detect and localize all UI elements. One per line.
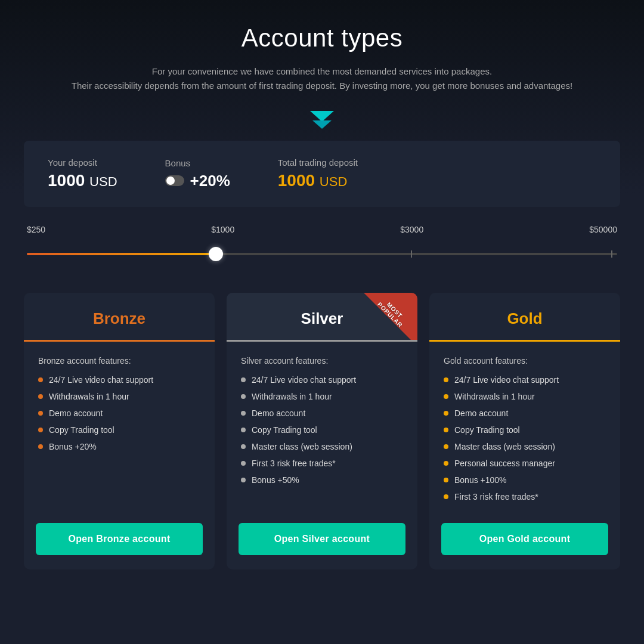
list-item: 24/7 Live video chat support [38, 375, 200, 385]
list-item: Personal success manager [444, 459, 606, 468]
bullet-icon [38, 411, 43, 416]
list-item: Master class (web session) [241, 442, 403, 451]
bullet-icon [241, 394, 246, 399]
list-item: Demo account [38, 408, 200, 418]
bullet-icon [38, 428, 43, 432]
list-item: Demo account [241, 408, 403, 418]
bullet-icon [444, 377, 448, 382]
bullet-icon [38, 394, 43, 399]
bronze-features-title: Bronze account features: [38, 356, 200, 366]
list-item: Copy Trading tool [38, 425, 200, 435]
bullet-icon [444, 411, 448, 416]
bullet-icon [241, 444, 246, 449]
bullet-icon [444, 444, 448, 449]
total-deposit-value: 1000 USD [278, 171, 358, 190]
slider-mark2-label: $3000 [400, 225, 423, 234]
your-deposit-label: Your deposit [48, 157, 117, 168]
silver-features-title: Silver account features: [241, 356, 403, 366]
list-item: Bonus +50% [241, 475, 403, 485]
bullet-icon [444, 494, 448, 499]
list-item: 24/7 Live video chat support [444, 375, 606, 385]
silver-card-header: Silver MOSTPOPULAR [227, 293, 417, 340]
bullet-icon [241, 411, 246, 416]
list-item: Copy Trading tool [444, 425, 606, 435]
slider-mark1-label: $1000 [211, 225, 234, 234]
bronze-card-header: Bronze [24, 293, 215, 340]
bonus-percentage: +20% [190, 172, 230, 190]
slider-max-label: $50000 [589, 225, 617, 234]
slider-tick-3000 [411, 250, 412, 258]
account-cards-row: Bronze Bronze account features: 24/7 Liv… [24, 293, 620, 569]
slider-labels: $250 $1000 $3000 $50000 [27, 225, 617, 234]
slider-track[interactable] [27, 239, 617, 269]
bonus-label: Bonus [165, 158, 230, 168]
page-title: Account types [24, 24, 620, 52]
slider-thumb[interactable] [209, 247, 223, 261]
bullet-icon [444, 428, 448, 432]
list-item: Withdrawals in 1 hour [241, 392, 403, 401]
bullet-icon [241, 377, 246, 382]
svg-marker-0 [310, 111, 334, 122]
list-item: First 3 risk free trades* [241, 459, 403, 468]
bronze-card-body: Bronze account features: 24/7 Live video… [24, 342, 215, 523]
your-deposit-section: Your deposit 1000 USD [48, 157, 117, 190]
svg-marker-1 [312, 120, 332, 129]
chevron-icon [24, 111, 620, 129]
list-item: Bonus +20% [38, 442, 200, 451]
open-gold-button[interactable]: Open Gold account [441, 523, 608, 555]
list-item: Master class (web session) [444, 442, 606, 451]
page-wrapper: Account types For your convenience we ha… [0, 0, 644, 644]
list-item: First 3 risk free trades* [444, 492, 606, 501]
list-item: Demo account [444, 408, 606, 418]
list-item: Withdrawals in 1 hour [444, 392, 606, 401]
bullet-icon [241, 478, 246, 482]
list-item: Withdrawals in 1 hour [38, 392, 200, 401]
bullet-icon [241, 428, 246, 432]
list-item: 24/7 Live video chat support [241, 375, 403, 385]
bonus-toggle[interactable] [165, 175, 184, 186]
deposit-info-box: Your deposit 1000 USD Bonus +20% Total t… [24, 141, 620, 207]
bronze-card-footer: Open Bronze account [24, 523, 215, 569]
silver-card: Silver MOSTPOPULAR Silver account featur… [227, 293, 417, 569]
gold-card-header: Gold [429, 293, 620, 340]
bullet-icon [38, 444, 43, 449]
most-popular-badge: MOSTPOPULAR [364, 293, 417, 340]
slider-min-label: $250 [27, 225, 45, 234]
gold-features-title: Gold account features: [444, 356, 606, 366]
slider-track-fill [27, 253, 216, 255]
gold-card-footer: Open Gold account [429, 523, 620, 569]
list-item: Copy Trading tool [241, 425, 403, 435]
bullet-icon [444, 461, 448, 466]
deposit-slider-container: $250 $1000 $3000 $50000 [24, 225, 620, 269]
open-bronze-button[interactable]: Open Bronze account [36, 523, 203, 555]
silver-card-footer: Open Silver account [227, 523, 417, 569]
list-item: Bonus +100% [444, 475, 606, 485]
gold-card-body: Gold account features: 24/7 Live video c… [429, 342, 620, 523]
total-deposit-section: Total trading deposit 1000 USD [278, 157, 358, 190]
bronze-card: Bronze Bronze account features: 24/7 Liv… [24, 293, 215, 569]
open-silver-button[interactable]: Open Silver account [239, 523, 405, 555]
slider-tick-50000 [611, 250, 612, 258]
bullet-icon [38, 377, 43, 382]
subtitle: For your convenience we have combined th… [24, 64, 620, 93]
total-deposit-label: Total trading deposit [278, 157, 358, 168]
bullet-icon [444, 394, 448, 399]
bullet-icon [444, 478, 448, 482]
bullet-icon [241, 461, 246, 466]
your-deposit-value: 1000 USD [48, 171, 117, 190]
silver-card-body: Silver account features: 24/7 Live video… [227, 342, 417, 523]
gold-card: Gold Gold account features: 24/7 Live vi… [429, 293, 620, 569]
bonus-section: Bonus +20% [165, 158, 230, 190]
bonus-value-row: +20% [165, 172, 230, 190]
